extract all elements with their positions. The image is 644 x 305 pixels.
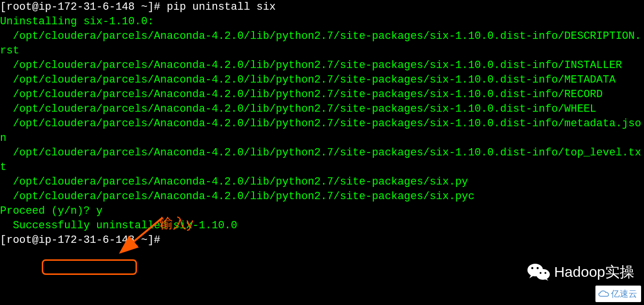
cloud-icon — [598, 290, 609, 297]
yisu-watermark: 亿速云 — [595, 286, 641, 302]
yisu-watermark-text: 亿速云 — [611, 287, 637, 301]
output-file: /opt/cloudera/parcels/Anaconda-4.2.0/lib… — [0, 29, 644, 58]
proceed-prompt: Proceed (y/n)? — [0, 205, 96, 217]
output-file: /opt/cloudera/parcels/Anaconda-4.2.0/lib… — [0, 189, 644, 204]
proceed-answer: y — [96, 205, 102, 217]
output-file: /opt/cloudera/parcels/Anaconda-4.2.0/lib… — [0, 175, 644, 189]
wechat-watermark: Hadoop实操 — [527, 262, 634, 282]
output-success: Successfully uninstalled six-1.10.0 — [0, 219, 644, 233]
annotation-highlight-box — [42, 259, 137, 275]
shell-prompt: [root@ip-172-31-6-148 ~]# — [0, 234, 167, 246]
svg-point-3 — [536, 269, 550, 280]
annotation-label: 输入y — [159, 216, 193, 231]
svg-point-4 — [531, 267, 533, 269]
svg-point-7 — [544, 272, 546, 274]
output-file: /opt/cloudera/parcels/Anaconda-4.2.0/lib… — [0, 87, 644, 102]
wechat-icon — [527, 262, 550, 282]
terminal-output[interactable]: [root@ip-172-31-6-148 ~]# pip uninstall … — [0, 0, 644, 248]
svg-point-6 — [540, 272, 542, 274]
output-file: /opt/cloudera/parcels/Anaconda-4.2.0/lib… — [0, 117, 644, 146]
command-text: pip uninstall six — [167, 1, 275, 13]
output-uninstalling: Uninstalling six-1.10.0: — [0, 15, 644, 29]
svg-point-5 — [537, 267, 539, 269]
shell-prompt: [root@ip-172-31-6-148 ~]# — [0, 1, 167, 13]
output-file: /opt/cloudera/parcels/Anaconda-4.2.0/lib… — [0, 73, 644, 87]
output-file: /opt/cloudera/parcels/Anaconda-4.2.0/lib… — [0, 146, 644, 175]
output-file: /opt/cloudera/parcels/Anaconda-4.2.0/lib… — [0, 58, 644, 73]
wechat-watermark-text: Hadoop实操 — [554, 265, 634, 279]
output-file: /opt/cloudera/parcels/Anaconda-4.2.0/lib… — [0, 102, 644, 117]
